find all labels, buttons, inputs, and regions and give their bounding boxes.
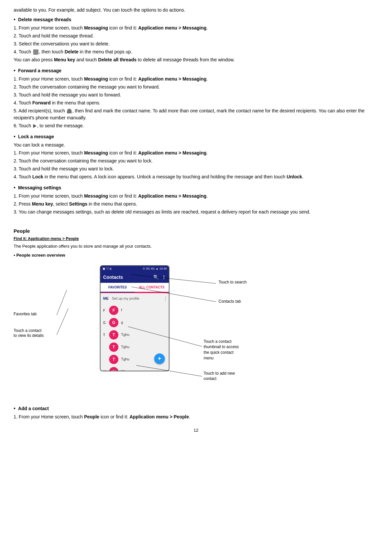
bullet-marker-3: • [14,133,16,141]
me-label: ME [103,296,109,301]
avatar-t3: T [109,355,118,364]
contact-row-tghu1: T Tghu [108,329,166,341]
contact-name-tghu1: Tghu [121,332,129,338]
bullet-marker: • [14,16,16,24]
letter-w: W [103,369,108,371]
contact-name-w: Wwwwwww [121,369,140,371]
favorites-tab[interactable]: FAVORITES [100,283,135,292]
msg-step-3: 3. You can change messages settings, suc… [14,209,378,216]
lock-step-2: 2. Touch the conversation containing the… [14,157,378,164]
fwd-step-2: 2. Touch the conversation containing the… [14,84,378,91]
contact-name-tghu3: Tghu [121,356,129,362]
annotation-touch-contact: Touch a contactto view its details [14,328,44,339]
phone-screen: ▣ ▽ ψ ⊙ 3G 4G ▲ 10:49 Contacts 🔍 ⋮ FAVOR… [100,265,169,371]
annotation-touch-search: Touch to search [219,279,247,285]
lock-step-1: 1. From your Home screen, touch Messagin… [14,150,378,156]
delete-threads-section: • Delete message threads 1. From your Ho… [14,16,378,63]
phone-mockup: ▣ ▽ ψ ⊙ 3G 4G ▲ 10:49 Contacts 🔍 ⋮ FAVOR… [100,265,169,371]
step-menu-key: You can also press Menu key and touch De… [14,56,378,63]
lock-message-title: Lock a message [18,133,54,140]
delete-icon [33,49,38,55]
forward-message-title: Forward a message [18,67,62,74]
contact-name-g: g [121,320,123,325]
screen-overview-label: • People screen overview [14,252,378,259]
fwd-step-5: 5. Add recipient(s), touch , then find a… [14,107,378,121]
contact-name-tghu2: Tghu [121,344,129,350]
search-icon[interactable]: 🔍 [153,274,159,281]
status-left: ▣ ▽ ψ [102,267,111,271]
svg-line-3 [57,308,68,335]
setup-profile: Set up my profile [112,296,140,301]
add-contact-step-1: 1. From your Home screen, touch People i… [14,413,378,420]
contact-name-f: f [121,307,122,313]
avatar-t2: T [109,342,118,352]
content-area: available to you. For example, add subje… [14,7,378,433]
contact-row-w: W Wwwwwww [108,366,166,371]
avatar-w: W [109,367,118,371]
people-description: The People application offers you to sto… [14,243,378,250]
screen-overview-container: ▣ ▽ ψ ⊙ 3G 4G ▲ 10:49 Contacts 🔍 ⋮ FAVOR… [14,262,312,401]
letter-t: T [103,333,108,338]
more-icon[interactable]: ⋮ [162,274,166,281]
delete-threads-title: Delete message threads [18,16,71,23]
step-2: 2. Touch and hold the message thread. [14,32,378,39]
annotation-touch-add: Touch to add newcontact [204,371,235,382]
annotation-contacts-tab: Contacts tab [219,298,241,304]
contact-row-tghu2: T Tghu [108,342,166,353]
contact-row-f: F f [108,305,166,316]
avatar-g: G [109,318,118,327]
lock-intro: You can lock a message. [14,142,378,149]
all-contacts-tab[interactable]: ALL CONTACTS [135,283,169,292]
letter-g: G [103,320,108,325]
me-row: ME Set up my profile | [100,293,169,304]
expand-icon: | [165,295,166,302]
send-icon [33,124,36,128]
contacts-title: Contacts [103,274,123,281]
add-contact-section: • Add a contact 1. From your Home screen… [14,404,378,420]
status-right: ⊙ 3G 4G ▲ 10:49 [143,267,167,271]
lock-step-4: 4. Touch Lock in the menu that opens. A … [14,173,378,180]
phone-tabs: FAVORITES ALL CONTACTS [100,283,169,293]
letter-f: F [103,308,108,313]
annotation-touch-thumbnail: Touch a contactthumbnail to accessthe qu… [204,339,239,361]
status-bar: ▣ ▽ ψ ⊙ 3G 4G ▲ 10:49 [100,266,169,272]
bullet-marker-5: • [14,404,16,412]
fwd-step-3: 3. Touch and hold the message you want t… [14,92,378,98]
messaging-settings-title: Messaging settings [18,184,61,191]
people-heading: People [14,227,378,235]
bullet-marker-2: • [14,67,16,75]
find-it-link[interactable]: Find it: Application menu > People [14,236,378,242]
forward-message-section: • Forward a message 1. From your Home sc… [14,67,378,129]
step-3: 3. Select the conversations you want to … [14,40,378,47]
add-contact-title: Add a contact [18,405,49,412]
intro-paragraph: available to you. For example, add subje… [14,7,378,14]
page-number: 12 [14,427,378,434]
fwd-step-6: 6. Touch , to send the message. [14,122,378,129]
messaging-settings-section: • Messaging settings 1. From your Home s… [14,184,378,216]
annotation-favorites-tab: Favorites tab [14,311,36,317]
step-4: 4. Touch , then touch Delete in the menu… [14,48,378,55]
avatar-f: F [109,306,118,315]
msg-step-2: 2. Press Menu key, select Settings in th… [14,201,378,208]
lock-step-3: 3. Touch and hold the message you want t… [14,165,378,172]
add-contact-fab[interactable]: + [154,353,165,364]
avatar-t1: T [109,330,118,340]
bullet-marker-4: • [14,184,16,192]
header-icons: 🔍 ⋮ [153,274,166,281]
contact-row-g: G g [108,317,166,329]
contacts-header: Contacts 🔍 ⋮ [100,272,169,283]
fwd-step-1: 1. From your Home screen, touch Messagin… [14,76,378,83]
lock-message-section: • Lock a message You can lock a message.… [14,133,378,180]
fwd-step-4: 4. Touch Forward in the menu that opens. [14,99,378,106]
step-1: 1. From your Home screen, touch Messagin… [14,25,378,31]
msg-step-1: 1. From your Home screen, touch Messagin… [14,193,378,200]
svg-line-2 [57,290,67,315]
